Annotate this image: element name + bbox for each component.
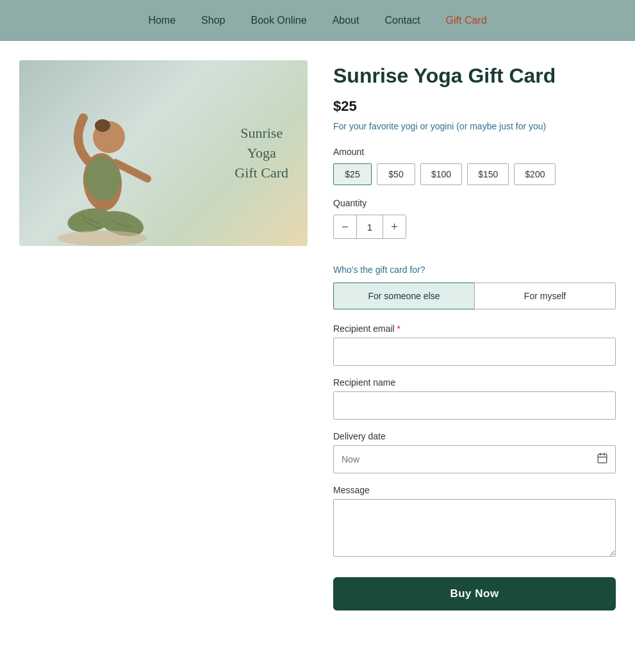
product-subtitle: For your favorite yogi or yogini (or may… bbox=[333, 121, 616, 131]
product-image-wrap: Sunrise Yoga Gift Card bbox=[19, 60, 308, 246]
recipient-name-label: Recipient name bbox=[333, 377, 616, 388]
delivery-date-input[interactable] bbox=[333, 445, 616, 473]
amount-btn-100[interactable]: $100 bbox=[420, 163, 462, 185]
amount-btn-50[interactable]: $50 bbox=[377, 163, 415, 185]
product-title: Sunrise Yoga Gift Card bbox=[333, 63, 616, 88]
quantity-increase-button[interactable]: + bbox=[383, 215, 406, 238]
recipient-email-label: Recipient email * bbox=[333, 324, 616, 334]
product-price: $25 bbox=[333, 98, 616, 115]
quantity-decrease-button[interactable]: − bbox=[334, 215, 357, 238]
nav-gift-card[interactable]: Gift Card bbox=[446, 15, 487, 26]
nav-contact[interactable]: Contact bbox=[384, 15, 420, 26]
message-input[interactable] bbox=[333, 499, 616, 557]
amount-btn-150[interactable]: $150 bbox=[467, 163, 509, 185]
recipient-email-field-wrap: Recipient email * bbox=[333, 324, 616, 366]
page-container: Sunrise Yoga Gift Card Sunrise Yoga Gift… bbox=[0, 41, 635, 672]
message-label: Message bbox=[333, 485, 616, 495]
nav-home[interactable]: Home bbox=[148, 15, 176, 26]
recipient-name-input[interactable] bbox=[333, 391, 616, 420]
quantity-label: Quantity bbox=[333, 198, 616, 208]
product-details: Sunrise Yoga Gift Card $25 For your favo… bbox=[333, 60, 616, 611]
required-indicator: * bbox=[395, 324, 400, 334]
quantity-section: Quantity − 1 + bbox=[333, 198, 616, 253]
amount-label: Amount bbox=[333, 147, 616, 157]
product-layout: Sunrise Yoga Gift Card Sunrise Yoga Gift… bbox=[19, 60, 616, 611]
amount-btn-200[interactable]: $200 bbox=[514, 163, 556, 185]
recipient-for-myself-button[interactable]: For myself bbox=[474, 283, 616, 309]
svg-point-3 bbox=[95, 119, 110, 132]
nav-about[interactable]: About bbox=[333, 15, 359, 26]
product-image: Sunrise Yoga Gift Card bbox=[19, 60, 308, 246]
main-nav: Home Shop Book Online About Contact Gift… bbox=[0, 0, 635, 41]
delivery-date-input-wrap bbox=[333, 445, 616, 473]
quantity-value: 1 bbox=[357, 222, 383, 233]
svg-point-7 bbox=[58, 231, 147, 246]
yoga-figure-image bbox=[32, 67, 173, 246]
recipient-toggle: For someone else For myself bbox=[333, 283, 616, 309]
amount-btn-25[interactable]: $25 bbox=[333, 163, 372, 185]
recipient-email-input[interactable] bbox=[333, 338, 616, 366]
message-field-wrap: Message bbox=[333, 485, 616, 559]
quantity-control: − 1 + bbox=[333, 215, 406, 239]
gift-card-overlay-text: Sunrise Yoga Gift Card bbox=[235, 124, 288, 183]
delivery-date-label: Delivery date bbox=[333, 431, 616, 441]
recipient-for-someone-else-button[interactable]: For someone else bbox=[333, 283, 474, 309]
delivery-date-field-wrap: Delivery date bbox=[333, 431, 616, 473]
recipient-question: Who's the gift card for? bbox=[333, 265, 616, 275]
nav-book-online[interactable]: Book Online bbox=[251, 15, 306, 26]
amount-buttons: $25 $50 $100 $150 $200 bbox=[333, 163, 616, 185]
nav-shop[interactable]: Shop bbox=[201, 15, 225, 26]
buy-now-button[interactable]: Buy Now bbox=[333, 577, 616, 611]
recipient-name-field-wrap: Recipient name bbox=[333, 377, 616, 420]
